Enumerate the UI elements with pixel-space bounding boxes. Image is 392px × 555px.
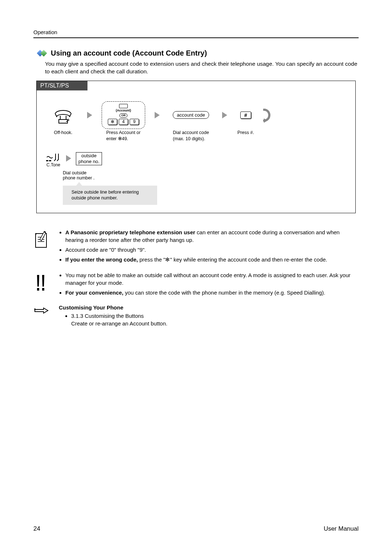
dial-code-caption-l2: (max. 10 digits). bbox=[173, 136, 205, 141]
offhook-icon bbox=[52, 101, 74, 130]
caution-item-2-rest: you can store the code with the phone nu… bbox=[123, 289, 325, 296]
caution-item-2: For your convenience, you can store the … bbox=[65, 289, 359, 296]
customise-item: 3.1.3 Customising the Buttons Create or … bbox=[71, 312, 167, 327]
exclamation-icon bbox=[33, 271, 52, 295]
page-number: 24 bbox=[33, 525, 40, 532]
note-item-2: Account code are "0" through "9". bbox=[65, 246, 359, 254]
press-account-caption: Press Account or enter ✻49. bbox=[106, 130, 141, 142]
procedure-body: Off-hook. (Account) OR ✻ 4 9 bbox=[37, 90, 355, 213]
header-rule bbox=[33, 37, 359, 38]
caution-item-1: You may not be able to make an outside c… bbox=[65, 271, 359, 287]
step-offhook: Off-hook. bbox=[43, 101, 83, 136]
notebook-icon bbox=[33, 228, 52, 252]
outside-no-l2: phone no. bbox=[78, 159, 99, 164]
diamond-pair-icon bbox=[38, 50, 47, 57]
outside-block: outside phone no. bbox=[76, 152, 102, 166]
step-press-account: (Account) OR ✻ 4 9 Press Account or ente… bbox=[96, 101, 151, 142]
press-account-star: ✻ bbox=[118, 136, 122, 141]
step-dial-code: account code Dial account code (max. 10 … bbox=[164, 101, 218, 142]
running-head: Operation bbox=[33, 29, 359, 35]
offhook-caption: Off-hook. bbox=[54, 130, 72, 136]
ctone-icon: C.Tone bbox=[45, 152, 61, 167]
customise-heading: Customising Your Phone bbox=[59, 304, 123, 311]
svg-point-8 bbox=[44, 231, 46, 233]
note-item-1-lead: A Panasonic proprietary telephone extens… bbox=[65, 229, 195, 235]
account-code-pill: account code bbox=[173, 111, 209, 119]
note-callout-caret-icon bbox=[76, 182, 82, 186]
arrow-3 bbox=[221, 101, 228, 130]
page: Operation Using an account code (Account… bbox=[0, 0, 392, 555]
svg-rect-3 bbox=[49, 160, 51, 161]
doc-title: User Manual bbox=[324, 525, 359, 532]
flow-row-2: C.Tone outside phone no. bbox=[45, 152, 349, 167]
procedure-box: PT/SLT/PS Off-hook. bbox=[36, 81, 356, 214]
svg-rect-10 bbox=[42, 288, 44, 291]
svg-rect-9 bbox=[37, 288, 39, 291]
ctone-label: C.Tone bbox=[46, 162, 60, 167]
press-account-caption-l1: Press Account or bbox=[106, 130, 141, 135]
note-item-3: If you enter the wrong code, press the "… bbox=[65, 256, 359, 263]
page-header: Operation bbox=[33, 29, 359, 38]
note-item-3-rest: press the "✻" key while entering the acc… bbox=[138, 256, 327, 263]
caution-list: You may not be able to make an outside c… bbox=[59, 271, 359, 299]
key-9: 9 bbox=[130, 119, 139, 125]
dial-code-caption-l1: Dial account code bbox=[173, 130, 209, 135]
page-footer: 24 User Manual bbox=[33, 525, 359, 532]
key-star: ✻ bbox=[108, 119, 117, 125]
step-press-hash: # Press #. bbox=[231, 101, 260, 136]
section-intro: You may give a specified account code to… bbox=[45, 60, 359, 76]
account-alt-group: (Account) OR ✻ 4 9 bbox=[102, 101, 145, 129]
customise-block: Customising Your Phone 3.1.3 Customising… bbox=[33, 304, 359, 327]
key-hash: # bbox=[240, 112, 251, 119]
note-item-3-lead: If you enter the wrong code, bbox=[65, 256, 138, 263]
dial-outside-caption: Dial outsidephone number . bbox=[63, 170, 349, 181]
outside-no-l1: outside bbox=[81, 153, 97, 158]
caution-block: You may not be able to make an outside c… bbox=[33, 271, 359, 299]
device-tab: PT/SLT/PS bbox=[37, 81, 87, 90]
notes-list: A Panasonic proprietary telephone extens… bbox=[59, 228, 359, 266]
arrow-1 bbox=[86, 101, 93, 130]
section-title-row: Using an account code (Account Code Entr… bbox=[38, 49, 359, 57]
dial-code-caption: Dial account code (max. 10 digits). bbox=[173, 130, 209, 142]
section-title: Using an account code (Account Code Entr… bbox=[51, 49, 207, 57]
star49-keys: ✻ 4 9 bbox=[108, 119, 139, 125]
arrow-4 bbox=[65, 152, 72, 165]
account-button-icon bbox=[119, 104, 128, 108]
key-4: 4 bbox=[119, 119, 128, 125]
customise-item-ref: 3.1.3 Customising the Buttons bbox=[71, 313, 144, 319]
or-label: OR bbox=[119, 113, 127, 118]
press-account-caption-l2b: 49. bbox=[122, 136, 128, 141]
outside-no-box: outside phone no. bbox=[76, 152, 102, 166]
continue-arrow-icon bbox=[263, 101, 273, 130]
flow-row-1: Off-hook. (Account) OR ✻ 4 9 bbox=[43, 101, 349, 142]
customise-content: Customising Your Phone 3.1.3 Customising… bbox=[59, 304, 167, 327]
caution-item-2-lead: For your convenience, bbox=[65, 289, 123, 296]
svg-rect-2 bbox=[46, 160, 48, 161]
pointing-hand-icon bbox=[33, 304, 52, 317]
arrow-2 bbox=[154, 101, 161, 130]
press-account-caption-l2a: enter bbox=[106, 136, 118, 141]
customise-item-desc: Create or re-arrange an Account button. bbox=[71, 320, 167, 327]
press-hash-caption: Press #. bbox=[237, 130, 254, 136]
notes-block: A Panasonic proprietary telephone extens… bbox=[33, 228, 359, 266]
note-callout: Seize outside line before entering outsi… bbox=[63, 186, 157, 205]
note-item-1: A Panasonic proprietary telephone extens… bbox=[65, 228, 359, 244]
note-callout-text: Seize outside line before entering outsi… bbox=[72, 190, 139, 201]
account-button-label: (Account) bbox=[116, 109, 131, 112]
